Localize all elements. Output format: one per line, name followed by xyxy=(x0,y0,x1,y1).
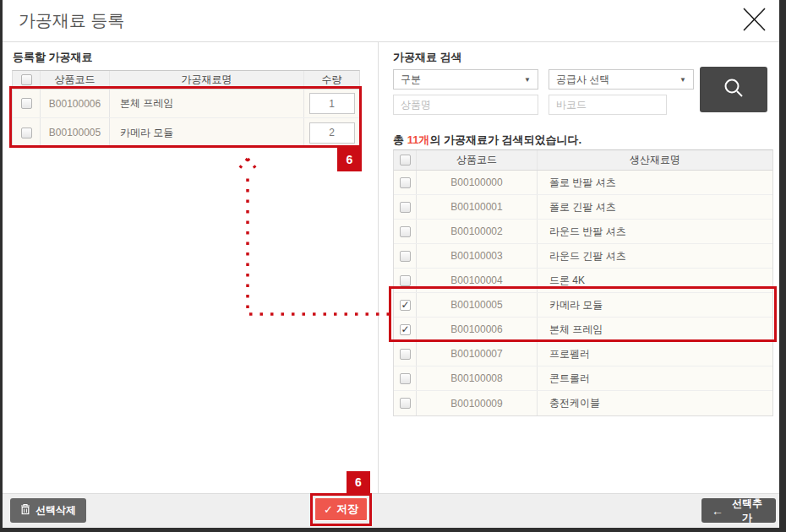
right-header-cell-checkbox xyxy=(394,150,417,170)
chevron-down-icon: ▼ xyxy=(680,76,686,84)
table-row: B00100004 드론 4K xyxy=(394,269,772,293)
table-row: B00100006 본체 프레임 xyxy=(394,318,772,342)
row-product-code: B00100001 xyxy=(417,195,538,219)
row-checkbox[interactable] xyxy=(21,128,32,138)
left-annotation-badge: 6 xyxy=(337,148,362,171)
table-row: B00100003 라운드 긴팔 셔츠 xyxy=(394,244,772,269)
row-material-name: 충전케이블 xyxy=(538,396,772,410)
panel-divider xyxy=(378,42,379,528)
left-arrow-icon: ← xyxy=(712,504,723,518)
row-product-code: B00100006 xyxy=(41,90,110,117)
table-row: B00100005 카메라 모듈 xyxy=(394,293,772,318)
row-product-code: B00100008 xyxy=(417,366,538,390)
row-cell-checkbox xyxy=(394,342,417,366)
close-icon xyxy=(740,5,768,37)
table-row: B00100005 카메라 모듈 xyxy=(13,118,359,147)
dotted-arrow-annotation xyxy=(228,152,397,321)
dialog-border-right xyxy=(779,0,786,532)
table-row: B00100002 라운드 반팔 셔츠 xyxy=(394,220,772,244)
save-button-label: 저장 xyxy=(336,502,358,517)
row-material-name: 폴로 긴팔 셔츠 xyxy=(538,200,772,214)
row-checkbox[interactable] xyxy=(400,226,411,237)
row-checkbox[interactable] xyxy=(400,275,411,286)
select-all-checkbox[interactable] xyxy=(400,155,411,166)
right-header-code: 상품코드 xyxy=(417,150,538,170)
supplier-select-value: 공급사 선택 xyxy=(556,73,609,87)
table-row: B00100000 폴로 반팔 셔츠 xyxy=(394,171,772,195)
row-product-code: B00100005 xyxy=(417,293,538,317)
right-table-header: 상품코드 생산재료명 xyxy=(394,150,772,171)
left-section-label: 등록할 가공재료 xyxy=(13,50,93,65)
result-suffix: 의 가공재료가 검색되었습니다. xyxy=(429,133,581,146)
dialog-title: 가공재료 등록 xyxy=(19,9,125,32)
result-count: 11개 xyxy=(407,133,430,146)
row-material-name: 라운드 긴팔 셔츠 xyxy=(538,249,772,263)
row-product-code: B00100005 xyxy=(41,118,110,147)
row-cell-checkbox xyxy=(394,244,417,268)
check-icon: ✓ xyxy=(324,503,333,516)
add-selected-button[interactable]: ← 선택추가 xyxy=(701,498,776,523)
row-checkbox[interactable] xyxy=(400,324,411,335)
registered-materials-table: 상품코드 가공재료명 수량 B00100006 본체 프레임 B00100005… xyxy=(12,70,360,148)
row-cell-checkbox xyxy=(394,269,417,292)
add-button-label: 선택추가 xyxy=(729,497,766,525)
row-checkbox[interactable] xyxy=(400,202,411,213)
search-icon xyxy=(723,77,745,102)
close-button[interactable] xyxy=(735,3,772,40)
result-prefix: 총 xyxy=(393,133,407,146)
dialog-border-bottom xyxy=(0,528,786,532)
row-material-name: 카메라 모듈 xyxy=(538,298,772,312)
row-cell-checkbox xyxy=(394,220,417,243)
row-material-name: 드론 4K xyxy=(538,274,772,288)
right-section-label: 가공재료 검색 xyxy=(393,50,462,65)
search-results-table: 상품코드 생산재료명 B00100000 폴로 반팔 셔츠 B00100001 … xyxy=(393,149,773,416)
product-name-input[interactable] xyxy=(393,95,538,115)
table-row: B00100006 본체 프레임 xyxy=(13,90,359,118)
row-checkbox[interactable] xyxy=(400,349,411,360)
row-checkbox[interactable] xyxy=(400,251,411,262)
save-annotation-badge: 6 xyxy=(347,471,370,493)
table-row: B00100008 콘트롤러 xyxy=(394,366,772,391)
row-cell-checkbox xyxy=(394,366,417,390)
quantity-input[interactable] xyxy=(309,93,355,114)
select-all-checkbox[interactable] xyxy=(21,74,32,85)
row-material-name: 라운드 반팔 셔츠 xyxy=(538,225,772,239)
row-cell-checkbox xyxy=(394,318,417,341)
left-header-qty: 수량 xyxy=(304,73,359,87)
save-button[interactable]: ✓ 저장 xyxy=(314,497,368,521)
quantity-input[interactable] xyxy=(309,122,355,144)
dialog-border-left xyxy=(0,0,3,532)
material-registration-dialog: 가공재료 등록 등록할 가공재료 상품코드 가공재료명 수량 B00100006… xyxy=(0,0,786,532)
row-product-code: B00100002 xyxy=(417,220,538,243)
supplier-select[interactable]: 공급사 선택 ▼ xyxy=(549,69,694,90)
left-header-cell-checkbox xyxy=(13,71,41,89)
category-select[interactable]: 구분 ▼ xyxy=(393,69,538,90)
row-cell-checkbox xyxy=(394,293,417,317)
trash-icon xyxy=(20,503,30,518)
delete-button-label: 선택삭제 xyxy=(35,503,76,518)
table-row: B00100007 프로펠러 xyxy=(394,342,772,366)
row-checkbox[interactable] xyxy=(400,177,411,188)
row-cell-checkbox xyxy=(394,171,417,194)
row-cell-qty xyxy=(304,122,359,144)
row-cell-checkbox xyxy=(394,391,417,415)
row-checkbox[interactable] xyxy=(21,98,32,109)
barcode-input[interactable] xyxy=(549,95,667,115)
row-checkbox[interactable] xyxy=(400,398,411,409)
row-cell-qty xyxy=(304,93,359,114)
row-material-name: 본체 프레임 xyxy=(538,323,772,337)
left-table-header: 상품코드 가공재료명 수량 xyxy=(13,71,359,90)
row-checkbox[interactable] xyxy=(400,373,411,384)
row-cell-checkbox xyxy=(13,118,41,147)
row-checkbox[interactable] xyxy=(400,300,411,311)
row-product-code: B00100007 xyxy=(417,342,538,366)
category-select-value: 구분 xyxy=(401,73,421,87)
footer-bar xyxy=(0,493,786,528)
row-product-code: B00100006 xyxy=(417,318,538,341)
row-material-name: 콘트롤러 xyxy=(538,372,772,386)
delete-selected-button[interactable]: 선택삭제 xyxy=(10,498,86,523)
row-material-name: 폴로 반팔 셔츠 xyxy=(538,176,772,190)
search-button[interactable] xyxy=(700,67,767,112)
chevron-down-icon: ▼ xyxy=(524,76,531,84)
row-material-name: 본체 프레임 xyxy=(110,90,304,117)
